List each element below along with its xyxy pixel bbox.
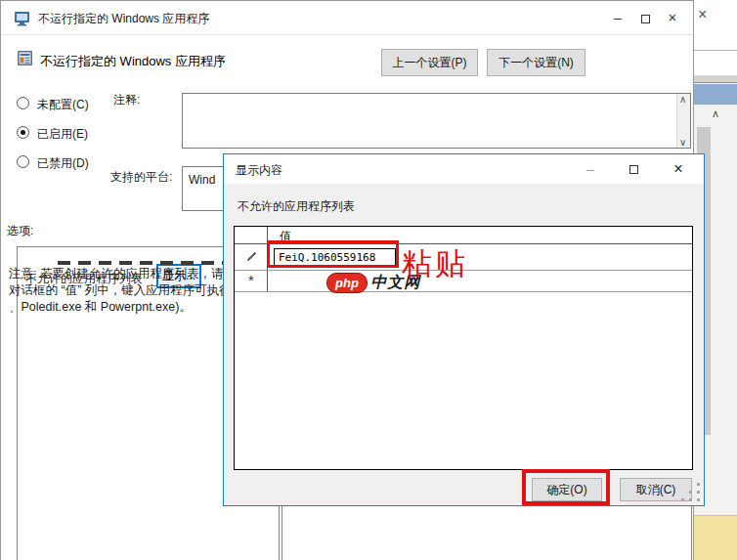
previous-setting-button[interactable]: 上一个设置(P) xyxy=(381,49,478,76)
policy-title: 不运行指定的 Windows 应用程序 xyxy=(40,53,226,70)
radio-circle[interactable] xyxy=(17,155,29,168)
php-logo: php xyxy=(326,273,368,293)
annotation-box-ok xyxy=(522,469,610,505)
annotation-paste-label: 粘贴 xyxy=(402,243,468,284)
supported-on-value: Wind xyxy=(189,173,215,187)
dialog-maximize-icon[interactable] xyxy=(619,156,648,182)
maximize-icon[interactable] xyxy=(632,5,658,30)
background-scroll-up-icon[interactable]: ∧ xyxy=(712,108,719,120)
window-title: 不运行指定的 Windows 应用程序 xyxy=(38,11,209,27)
dialog-minimize-icon[interactable]: – xyxy=(576,156,605,182)
comment-scrollbar[interactable]: ∧ ∨ xyxy=(676,94,690,148)
dialog-title: 显示内容 xyxy=(236,162,282,179)
window-titlebar[interactable]: 不运行指定的 Windows 应用程序 – × xyxy=(1,1,693,35)
dialog-close-icon[interactable]: × xyxy=(664,156,693,182)
comment-textarea[interactable]: ∧ ∨ xyxy=(182,93,691,149)
annotation-box-value xyxy=(267,240,399,268)
pencil-icon xyxy=(235,244,268,270)
background-toolbar-strip xyxy=(694,75,737,83)
resize-grip[interactable] xyxy=(689,491,692,494)
background-yellow-panel xyxy=(694,515,737,560)
screen: × ∧ ∨ 不运行指定的 Windows 应用程序 – × 不运行指定的 Win… xyxy=(0,0,737,560)
new-row-asterisk-icon: * xyxy=(235,271,268,291)
radio-label: 已禁用(D) xyxy=(37,155,89,172)
supported-on-label: 支持的平台: xyxy=(110,169,172,186)
policy-icon xyxy=(17,50,33,69)
radio-circle[interactable] xyxy=(17,126,29,139)
background-divider xyxy=(694,50,737,51)
dialog-list-label: 不允许的应用程序列表 xyxy=(238,198,355,215)
options-label: 选项: xyxy=(7,223,33,239)
background-selection-band xyxy=(694,84,737,105)
dialog-titlebar[interactable]: 显示内容 – × xyxy=(224,154,704,184)
minimize-icon[interactable]: – xyxy=(605,5,630,30)
show-contents-dialog: 显示内容 – × 不允许的应用程序列表 值 FeiQ.1060559168 * … xyxy=(223,153,705,506)
cancel-button[interactable]: 取消(C) xyxy=(620,478,692,501)
radio-label: 未配置(C) xyxy=(37,97,89,113)
radio-label: 已启用(E) xyxy=(37,126,88,143)
clipped-help-line xyxy=(58,261,234,265)
comment-label: 注释: xyxy=(113,92,140,108)
close-icon[interactable]: × xyxy=(660,5,685,30)
app-icon xyxy=(14,10,30,29)
background-close-icon[interactable]: × xyxy=(698,6,707,23)
scroll-up-icon[interactable]: ∧ xyxy=(679,94,686,105)
next-setting-button[interactable]: 下一个设置(N) xyxy=(487,49,585,76)
radio-circle[interactable] xyxy=(17,97,29,109)
scroll-down-icon[interactable]: ∨ xyxy=(679,137,686,148)
